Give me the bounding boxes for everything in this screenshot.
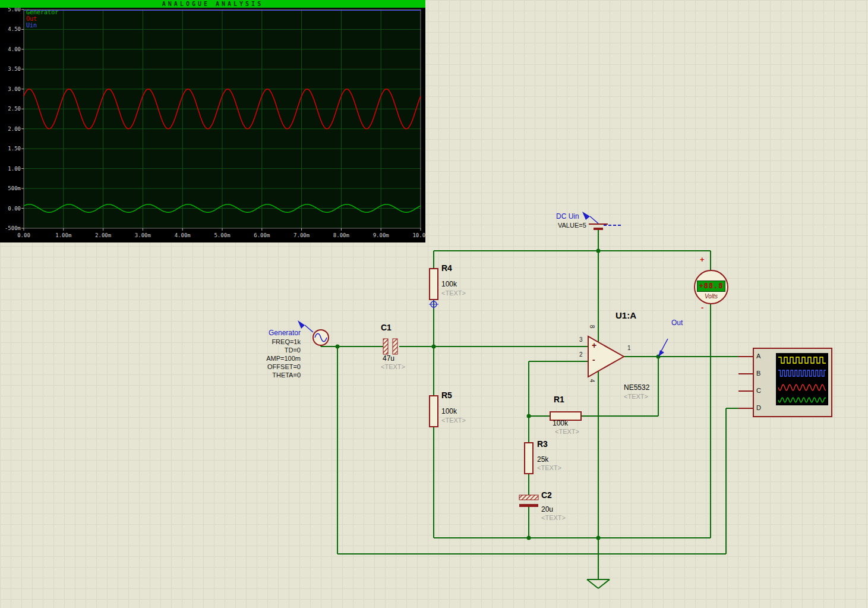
junction-dots <box>336 249 661 540</box>
scope-channel-d: D <box>756 404 761 411</box>
svg-text:7.00m: 7.00m <box>293 232 310 238</box>
dc-source-value: VALUE=5 <box>558 222 586 229</box>
probe-arrow-icon <box>658 350 664 357</box>
resistor-R3[interactable] <box>525 443 533 474</box>
resistor-R5[interactable] <box>430 396 438 427</box>
voltmeter-display: +88.8 <box>697 281 725 292</box>
opamp-pin3: 3 <box>579 336 583 343</box>
opamp-ref: U1:A <box>616 311 636 321</box>
c1-value: 47u <box>383 355 394 363</box>
svg-text:2.00m: 2.00m <box>95 232 111 238</box>
svg-text:8.00m: 8.00m <box>333 232 349 238</box>
scope-channel-c: C <box>756 387 761 394</box>
sine-generator-symbol[interactable] <box>298 320 329 345</box>
c1-text: <TEXT> <box>381 363 405 370</box>
voltmeter-minus-sign: - <box>701 304 703 312</box>
analysis-graph-window[interactable]: ANALOGUE ANALYSIS 5.004.504.003.503.002.… <box>0 0 425 242</box>
svg-text:500m: 500m <box>8 185 21 191</box>
r4-ref: R4 <box>441 264 452 273</box>
origin-marker-icon <box>429 300 438 309</box>
c2-text: <TEXT> <box>541 514 566 521</box>
opamp-part: NE5532 <box>624 384 649 392</box>
r3-ref: R3 <box>537 440 548 449</box>
voltmeter-unit: Volts <box>696 293 726 300</box>
c1-ref: C1 <box>381 323 392 332</box>
opamp-pin8: 8 <box>589 325 595 329</box>
generator-param-offset: OFFSET=0 <box>223 363 301 370</box>
svg-text:1.50: 1.50 <box>8 146 21 152</box>
r3-text: <TEXT> <box>537 464 561 471</box>
c2-ref: C2 <box>541 491 552 500</box>
opamp-pin1: 1 <box>627 345 631 351</box>
capacitor-C1[interactable] <box>383 339 397 354</box>
svg-text:5.00: 5.00 <box>8 8 21 12</box>
legend-uin: Uin <box>26 22 37 29</box>
graph-title[interactable]: ANALOGUE ANALYSIS <box>0 0 425 8</box>
r4-text: <TEXT> <box>441 289 466 297</box>
capacitor-C2[interactable] <box>519 495 538 507</box>
resistor-R4[interactable] <box>430 269 438 300</box>
dc-source-flag-icon <box>582 212 590 220</box>
oscilloscope[interactable] <box>738 348 832 417</box>
proteus-workspace: Generator FREQ=1k TD=0 AMP=100m OFFSET=0… <box>0 0 868 608</box>
voltmeter-plus-sign: + <box>700 256 705 264</box>
ground-symbol[interactable] <box>587 579 610 588</box>
svg-text:-500m: -500m <box>5 225 21 231</box>
r4-value: 100k <box>441 281 457 288</box>
svg-text:1.00m: 1.00m <box>55 232 71 238</box>
svg-text:6.00m: 6.00m <box>254 232 270 238</box>
svg-text:3.00m: 3.00m <box>135 232 151 238</box>
dc-source-label[interactable]: DC Uin <box>556 213 579 220</box>
svg-text:0.00: 0.00 <box>8 206 21 212</box>
r1-ref: R1 <box>554 395 564 404</box>
svg-text:3.50: 3.50 <box>8 66 21 72</box>
r1-value: 100k <box>553 420 568 427</box>
generator-param-freq: FREQ=1k <box>223 338 301 345</box>
analysis-plot[interactable]: 5.004.504.003.503.002.502.001.501.00500m… <box>0 8 425 242</box>
generator-label[interactable]: Generator <box>223 329 301 337</box>
out-probe[interactable] <box>658 339 668 357</box>
svg-text:2.00: 2.00 <box>8 126 21 132</box>
r3-value: 25k <box>537 456 548 464</box>
svg-text:10.0m: 10.0m <box>412 232 425 238</box>
svg-text:9.00m: 9.00m <box>373 232 389 238</box>
r5-value: 100k <box>441 408 457 415</box>
svg-text:3.00: 3.00 <box>8 86 21 92</box>
generator-param-amp: AMP=100m <box>223 355 301 362</box>
legend-generator: Generator <box>26 9 58 15</box>
svg-text:4.00: 4.00 <box>8 46 21 52</box>
legend-out: Out <box>26 15 37 22</box>
svg-text:4.50: 4.50 <box>8 26 21 32</box>
opamp-pin4: 4 <box>589 379 595 383</box>
generator-param-td: TD=0 <box>223 346 301 354</box>
c2-value: 20u <box>541 506 553 514</box>
r5-ref: R5 <box>441 391 452 400</box>
wires[interactable] <box>321 230 753 579</box>
generator-param-theta: THETA=0 <box>223 371 301 379</box>
r5-text: <TEXT> <box>441 417 466 424</box>
svg-text:5.00m: 5.00m <box>214 232 230 238</box>
opamp-plus-sign: + <box>592 341 596 350</box>
opamp-minus-sign: - <box>592 355 595 364</box>
scope-channel-b: B <box>756 370 760 377</box>
svg-text:2.50: 2.50 <box>8 106 21 112</box>
opamp-pin2: 2 <box>579 351 583 358</box>
scope-channel-a: A <box>756 352 760 360</box>
opamp-text: <TEXT> <box>624 393 648 400</box>
r1-text: <TEXT> <box>555 428 579 435</box>
svg-text:0.00: 0.00 <box>17 232 30 238</box>
generator-flag-icon <box>298 320 305 329</box>
dc-source-symbol[interactable] <box>582 212 621 229</box>
svg-text:1.00: 1.00 <box>8 166 21 172</box>
svg-text:4.00m: 4.00m <box>175 232 191 238</box>
out-probe-label[interactable]: Out <box>671 319 683 327</box>
